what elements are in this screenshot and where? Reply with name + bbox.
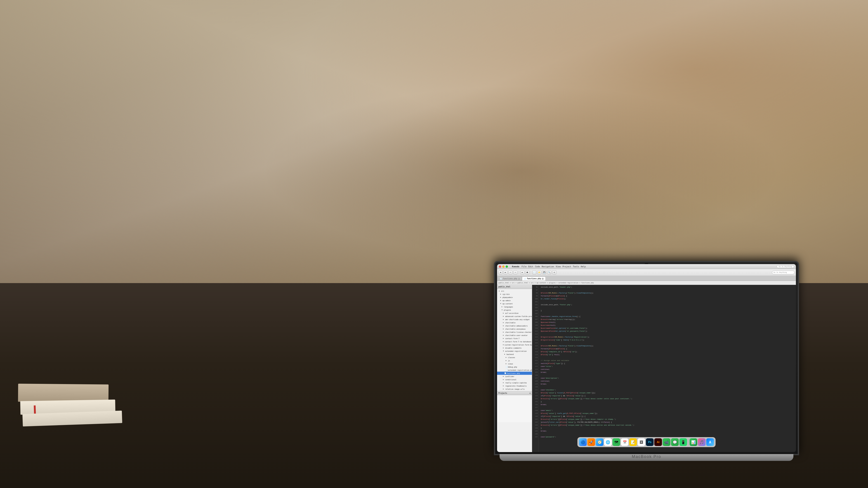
menu-view[interactable]: View — [556, 265, 561, 268]
tree-item-charitable-anonymous[interactable]: ▶ charitable-anonymous — [497, 327, 532, 330]
run-button[interactable]: ▶ — [520, 270, 524, 274]
tree-item-charitable-ambassadors[interactable]: ▶ charitable-ambassadors — [497, 324, 532, 327]
back-button[interactable]: ◀ — [498, 270, 502, 274]
sidebar: public_html ▶ src ▶ cgi-bin — [497, 285, 532, 452]
tree-item-phpmyadmin[interactable]: ▶ phpmyadmin — [497, 296, 532, 299]
redo-button[interactable]: ↪ — [513, 270, 518, 274]
chevron-icon: ▶ — [503, 315, 505, 317]
maximize-button[interactable] — [506, 265, 508, 268]
menu-navigation[interactable]: Navigation — [542, 265, 554, 268]
tree-item-conditional[interactable]: ▶ conditional — [497, 378, 532, 381]
dock-item-notes[interactable]: 📝 — [629, 438, 637, 446]
dock-item-facetime[interactable]: 📹 — [663, 438, 671, 446]
tree-item-captcha[interactable]: ▶ really-simple-captcha — [497, 381, 532, 384]
tree-item-disable-comments[interactable]: ▶ disable-comments — [497, 346, 532, 350]
dock-item-illustrator[interactable]: Ai — [654, 438, 662, 446]
forward-button[interactable]: ▶ — [503, 270, 507, 274]
tree-item-backend[interactable]: ▶ backend — [497, 353, 532, 356]
tree-item-charitable-license[interactable]: ▶ charitable-license-checker — [497, 330, 532, 334]
tree-item-plugins[interactable]: ▼ plugins — [497, 308, 532, 312]
close-button[interactable] — [499, 265, 501, 268]
tree-item-cf7-nodb[interactable]: ▶ contact-form-7-no-database-extension — [497, 340, 532, 343]
dock-item-numbers[interactable]: 📊 — [690, 438, 698, 446]
tree-item-acfpro[interactable]: ▶ advanced-custom-fields-pro — [497, 315, 532, 318]
tree-item-cgi[interactable]: ▶ cgi-bin — [497, 293, 532, 296]
chevron-icon: ▶ — [503, 344, 504, 346]
code-line-131: case 'checkbox': — [541, 389, 794, 392]
dock-item-messages[interactable]: 💬 — [671, 438, 679, 446]
menu-code[interactable]: Code — [535, 265, 540, 268]
tree-label: classes — [508, 357, 515, 359]
open-folder-button[interactable]: 📁 — [537, 270, 541, 274]
search-button[interactable]: 🔍 — [547, 270, 551, 274]
tree-item-extended-reg-php[interactable]: 📄 extended-registration.php — [497, 368, 532, 372]
tree-item-charitable[interactable]: ▶ charitable — [497, 321, 532, 324]
tree-label: views — [508, 363, 513, 365]
menu-help[interactable]: Help — [581, 265, 586, 268]
menu-project[interactable]: Project — [562, 265, 571, 268]
tree-item-js[interactable]: ▶ js — [497, 359, 532, 362]
tree-item-src[interactable]: ▶ src — [497, 289, 532, 293]
chevron-icon: ▶ — [503, 334, 505, 336]
tree-item-cf7[interactable]: ▶ contact-form-7 — [497, 337, 532, 340]
menu-file[interactable]: File — [522, 265, 527, 268]
tree-item-charitable-avatar[interactable]: ▶ charitable-user-avatar — [497, 334, 532, 337]
dock-item-music[interactable]: 🎵 — [698, 438, 706, 446]
stop-button[interactable]: ⏹ — [525, 270, 529, 274]
file-tree: ▶ src ▶ cgi-bin ▶ phpmyadmin — [497, 289, 532, 391]
tree-item-lavslider[interactable]: ▶ LavSlider — [497, 375, 532, 378]
dock-item-launchpad[interactable]: 🚀 — [587, 438, 595, 446]
menu-tools[interactable]: Tools — [573, 265, 579, 268]
code-line-99: foreach($fields as $field) { — [541, 295, 794, 297]
code-line-106: function er_handle_registration_form() { — [541, 315, 794, 318]
code-lines[interactable]: include_once_path . 'header.php'; $field… — [539, 285, 796, 452]
code-line-107: $results = array('errors'=>array()); — [541, 318, 794, 321]
new-file-button[interactable]: 📄 — [532, 270, 536, 274]
dock-item-photoshop[interactable]: Ps — [646, 438, 654, 446]
dock-item-appstore[interactable]: A — [706, 438, 714, 446]
toolbar-search[interactable]: Go to Anything — [772, 271, 795, 274]
tree-item-wpcontent[interactable]: ▼ wp-content — [497, 302, 532, 305]
tree-item-acf[interactable]: ▶ acf-accordion — [497, 312, 532, 315]
settings-button[interactable]: ⚙ — [552, 270, 556, 274]
dock-item-maps[interactable]: 🗺 — [613, 438, 620, 446]
dock-item-finder[interactable]: 🔵 — [579, 438, 587, 446]
code-line-103 — [541, 306, 794, 309]
projects-label: Projects — [498, 392, 507, 394]
tree-item-debug[interactable]: 📄 debug.php — [497, 365, 532, 368]
tree-item-classes[interactable]: ▶ classes — [497, 356, 532, 359]
minimize-button[interactable] — [502, 265, 504, 268]
code-editor[interactable]: 96979899100 101102103104105 106107108109… — [532, 285, 796, 452]
dock-item-calendar[interactable]: 📅 — [621, 438, 629, 446]
tree-item-wpadmin[interactable]: ▶ wp-admin — [497, 299, 532, 302]
undo-button[interactable]: ↩ — [508, 270, 513, 274]
dock-item-whatsapp[interactable]: 📱 — [680, 438, 687, 446]
breadcrumb: public_html > src > public_html > src > … — [497, 281, 796, 285]
code-line-124: continue; — [541, 368, 794, 371]
dock-item-chrome[interactable]: 🌐 — [604, 438, 612, 446]
tree-item-regen[interactable]: ▶ regenerate-thumbnails — [497, 384, 532, 387]
tree-item-extended-reg[interactable]: ▼ extended-registration — [497, 350, 532, 353]
tree-item-languages[interactable]: ▶ languages — [497, 305, 532, 308]
tab-1[interactable]: 📄 functions.php × — [498, 276, 522, 281]
tree-label: really-simple-captcha — [505, 382, 527, 384]
tree-item-custom-reg[interactable]: ▶ custom-registration-form-builder-with-… — [497, 343, 532, 346]
code-line-122: switch ($field['type']) { — [541, 362, 794, 365]
tree-item-views[interactable]: ▶ views — [497, 362, 532, 365]
dock-item-photos[interactable]: 🖼 — [638, 438, 645, 446]
save-button[interactable]: 💾 — [542, 270, 546, 274]
projects-settings-icon[interactable]: ⚙ — [529, 392, 530, 394]
tree-item-functions-php[interactable]: 📄 functions.php — [497, 372, 532, 375]
tab-close-2[interactable]: × — [542, 278, 544, 280]
laptop-screen-inner: Komodo File Edit Code Navigation View Pr… — [497, 264, 796, 452]
menu-edit[interactable]: Edit — [528, 265, 533, 268]
search-bar[interactable]: Go to Anything — [777, 265, 794, 268]
tab-2[interactable]: 📄 functions.php × — [522, 276, 546, 281]
tab-close-1[interactable]: × — [518, 278, 520, 280]
tree-item-relative[interactable]: ▶ relative-image-urls — [497, 387, 532, 391]
tree-item-amr[interactable]: ▶ amr-shortcode-any-widget — [497, 318, 532, 321]
code-line-110: $usernameField = er_option('er_username_… — [541, 327, 794, 330]
code-line-112 — [541, 333, 794, 336]
dock-item-safari[interactable]: 🧭 — [596, 438, 603, 446]
chevron-icon: ▶ — [503, 376, 505, 377]
